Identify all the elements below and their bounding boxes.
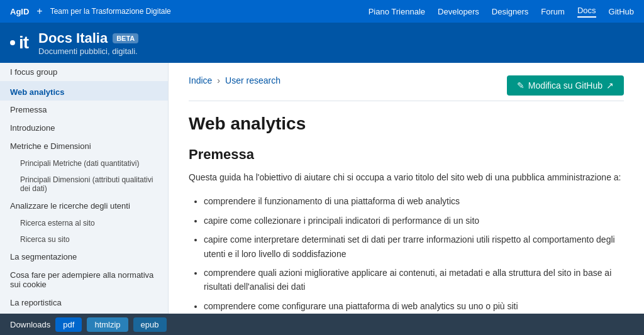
list-item: capire come collezionare i principali in… (204, 214, 624, 228)
logo-it: it (19, 33, 28, 53)
sidebar-item-web-analytics[interactable]: Web analytics (0, 81, 168, 101)
list-item: comprendere come configurare una piattaf… (204, 299, 624, 313)
github-edit-label: Modifica su GitHub (528, 80, 602, 91)
sidebar-item-reportistica[interactable]: La reportistica (0, 294, 168, 312)
sidebar-item-cookie[interactable]: Cosa fare per adempiere alla normativa s… (0, 266, 168, 294)
list-item: capire come interpretare determinati set… (204, 233, 624, 261)
site-title-block: Docs Italia BETA Documenti pubblici, dig… (38, 30, 138, 56)
sidebar: I focus group Web analytics Premessa Int… (0, 63, 169, 314)
sidebar-item-segmentazione[interactable]: La segmentazione (0, 248, 168, 266)
nav-github[interactable]: GitHub (609, 7, 634, 16)
list-item: comprendere quali azioni migliorative ap… (204, 266, 624, 294)
github-edit-icon: ✎ (517, 80, 525, 91)
nav-docs[interactable]: Docs (577, 6, 596, 18)
top-nav-left: AgID + Team per la Trasformazione Digita… (10, 6, 171, 17)
breadcrumb-current: User research (225, 75, 280, 85)
nav-forum[interactable]: Forum (541, 7, 565, 16)
breadcrumb: Indice › User research (189, 75, 280, 85)
logo-dot (10, 40, 15, 45)
site-subtitle: Documenti pubblici, digitali. (38, 47, 138, 56)
nav-piano-triennale[interactable]: Piano Triennale (369, 7, 425, 16)
downloads-label: Downloads (10, 320, 50, 329)
site-header: it Docs Italia BETA Documenti pubblici, … (0, 23, 644, 63)
download-htmlzip-button[interactable]: htmlzip (87, 317, 128, 332)
intro-text: Questa guida ha l'obiettivo di aiutare c… (189, 170, 624, 184)
sidebar-item-focus-group[interactable]: I focus group (0, 63, 168, 81)
breadcrumb-home[interactable]: Indice (189, 75, 212, 85)
sidebar-item-metriche[interactable]: Metriche e Dimensioni (0, 137, 168, 155)
download-epub-button[interactable]: epub (133, 317, 167, 332)
site-badge: BETA (113, 33, 138, 43)
site-logo[interactable]: it (10, 33, 28, 53)
list-item: comprendere il funzionamento di una piat… (204, 194, 624, 208)
sidebar-item-ricerca-esterna[interactable]: Ricerca esterna al sito (0, 215, 168, 231)
top-navigation: AgID + Team per la Trasformazione Digita… (0, 0, 644, 23)
sidebar-item-premessa[interactable]: Premessa (0, 101, 168, 119)
sidebar-item-analizzare[interactable]: Analizzare le ricerche degli utenti (0, 197, 168, 215)
site-title-text[interactable]: Docs Italia (38, 30, 108, 47)
section-title-premessa: Premessa (189, 146, 624, 163)
github-edit-button[interactable]: ✎ Modifica su GitHub ↗ (507, 75, 624, 96)
bullet-list: comprendere il funzionamento di una piat… (189, 194, 624, 314)
page-title: Web analytics (189, 114, 624, 134)
agid-brand[interactable]: AgID (10, 7, 29, 16)
sidebar-item-dimensioni-principali[interactable]: Principali Dimensioni (attributi qualita… (0, 172, 168, 197)
nav-designers[interactable]: Designers (492, 7, 529, 16)
top-nav-right: Piano Triennale Developers Designers For… (369, 6, 634, 18)
content-area: Indice › User research ✎ Modifica su Git… (169, 63, 644, 314)
partner-name: Team per la Trasformazione Digitale (50, 7, 171, 16)
plus-icon: + (36, 6, 42, 17)
sidebar-item-metriche-principali[interactable]: Principali Metriche (dati quantitativi) (0, 155, 168, 172)
site-title: Docs Italia BETA (38, 30, 138, 47)
breadcrumb-separator: › (217, 75, 220, 85)
sidebar-item-introduzione[interactable]: Introduzione (0, 119, 168, 137)
sidebar-item-ricerca-sito[interactable]: Ricerca su sito (0, 231, 168, 248)
main-layout: I focus group Web analytics Premessa Int… (0, 63, 644, 314)
nav-developers[interactable]: Developers (438, 7, 479, 16)
download-pdf-button[interactable]: pdf (55, 317, 82, 332)
bottom-bar: Downloads pdf htmlzip epub (0, 314, 644, 335)
github-external-icon: ↗ (606, 80, 614, 91)
content-divider (189, 101, 624, 101)
